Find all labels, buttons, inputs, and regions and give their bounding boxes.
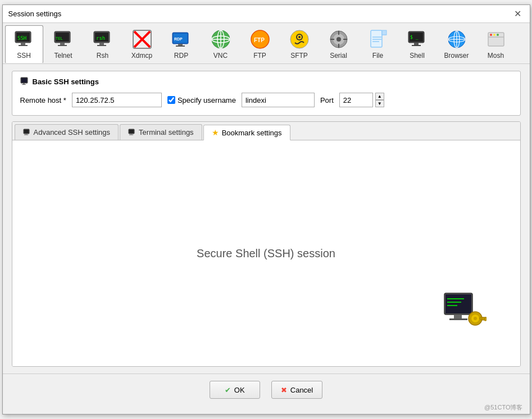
port-wrapper: ▲ ▼ [339, 93, 384, 107]
watermark: @51CTO博客 [0, 403, 525, 412]
specify-username-label[interactable]: Specify username [167, 96, 236, 104]
svg-rect-50 [412, 45, 421, 46]
toolbar: SSH SSH TEL Telnet [3, 23, 530, 64]
port-spin-down[interactable]: ▼ [375, 100, 384, 107]
toolbar-item-file[interactable]: File [359, 25, 397, 63]
tab-bookmark[interactable]: ★ Bookmark settings [203, 125, 290, 140]
toolbar-item-mosh[interactable]: Mosh [477, 25, 515, 63]
svg-rect-13 [97, 45, 106, 46]
remote-host-input[interactable] [72, 93, 162, 107]
session-description: Secure Shell (SSH) session [197, 247, 335, 260]
svg-text:TEL: TEL [56, 37, 63, 41]
monitor-icon [20, 77, 29, 86]
tabs-container: Advanced SSH settings Terminal settings … [12, 121, 521, 367]
svg-rect-3 [19, 45, 28, 46]
cancel-button[interactable]: ✖ Cancel [271, 381, 322, 399]
svg-rect-67 [24, 130, 29, 133]
main-content: Basic SSH settings Remote host * Specify… [3, 64, 530, 374]
port-spinner: ▲ ▼ [375, 93, 384, 107]
tab-content-area: Secure Shell (SSH) session [12, 140, 520, 366]
sftp-icon [289, 29, 310, 49]
port-spin-up[interactable]: ▲ [375, 93, 384, 100]
toolbar-item-telnet[interactable]: TEL Telnet [44, 25, 83, 63]
ok-checkmark-icon: ✔ [225, 386, 231, 394]
port-label: Port [320, 96, 334, 104]
rdp-icon: RDP [171, 29, 192, 49]
cancel-x-icon: ✖ [281, 386, 287, 394]
vnc-label: VNC [213, 52, 228, 60]
svg-text:rsh: rsh [96, 35, 105, 41]
file-label: File [372, 52, 383, 60]
toolbar-item-rdp[interactable]: RDP RDP [162, 25, 201, 63]
serial-icon [329, 29, 349, 49]
svg-rect-85 [484, 317, 486, 321]
svg-rect-69 [24, 134, 28, 135]
svg-rect-43 [382, 30, 387, 35]
sftp-label: SFTP [290, 52, 308, 60]
svg-point-36 [337, 37, 341, 42]
telnet-icon: TEL [53, 29, 74, 49]
ssh-session-icon [442, 288, 486, 333]
username-input[interactable] [242, 93, 315, 107]
svg-rect-65 [22, 84, 26, 85]
svg-rect-21 [176, 45, 185, 47]
mosh-label: Mosh [488, 52, 504, 60]
svg-rect-72 [130, 134, 132, 135]
rsh-icon: rsh [93, 29, 113, 49]
browser-icon [447, 29, 467, 49]
title-bar: Session settings ✕ [3, 5, 530, 23]
svg-rect-86 [482, 317, 484, 320]
svg-rect-68 [25, 134, 27, 135]
tab-advanced-ssh[interactable]: Advanced SSH settings [15, 124, 119, 140]
toolbar-item-ftp[interactable]: FTP FTP [241, 25, 279, 63]
rdp-label: RDP [174, 52, 188, 60]
svg-point-61 [497, 34, 499, 36]
ok-button[interactable]: ✔ OK [210, 381, 260, 399]
svg-point-59 [490, 34, 492, 36]
close-button[interactable]: ✕ [512, 8, 524, 20]
terminal-tab-icon [128, 129, 136, 136]
svg-rect-2 [21, 43, 25, 45]
basic-ssh-settings-group: Basic SSH settings Remote host * Specify… [12, 71, 521, 116]
svg-rect-63 [21, 78, 27, 83]
ssh-label: SSH [17, 52, 31, 60]
ftp-icon: FTP [250, 29, 270, 49]
toolbar-item-browser[interactable]: Browser [438, 25, 476, 63]
svg-rect-12 [99, 43, 104, 45]
svg-rect-75 [445, 294, 471, 313]
tab-terminal[interactable]: Terminal settings [120, 124, 202, 140]
toolbar-item-vnc[interactable]: VNC [202, 25, 240, 63]
port-input[interactable] [339, 93, 373, 107]
toolbar-item-shell[interactable]: $ _ Shell [398, 25, 436, 63]
svg-text:FTP: FTP [254, 37, 265, 43]
toolbar-item-xdmcp[interactable]: Xdmcp [123, 25, 161, 63]
dialog-title: Session settings [8, 10, 62, 18]
shell-label: Shell [410, 52, 425, 60]
xdmcp-icon [132, 29, 152, 49]
shell-icon: $ _ [407, 29, 428, 49]
toolbar-item-rsh[interactable]: rsh Rsh [84, 25, 122, 63]
svg-rect-49 [414, 43, 419, 45]
svg-point-33 [298, 36, 301, 38]
svg-rect-73 [129, 134, 133, 135]
svg-text:SSH: SSH [17, 35, 26, 41]
specify-username-checkbox[interactable] [167, 96, 175, 104]
basic-settings-title: Basic SSH settings [20, 77, 512, 86]
svg-text:RDP: RDP [174, 37, 183, 41]
svg-point-83 [474, 317, 477, 320]
session-settings-dialog: Session settings ✕ SSH SSH [2, 4, 530, 415]
svg-rect-71 [129, 130, 134, 133]
svg-point-60 [493, 34, 495, 36]
svg-rect-7 [60, 43, 65, 45]
svg-text:$ _: $ _ [410, 35, 419, 40]
toolbar-item-sftp[interactable]: SFTP [280, 25, 319, 63]
serial-label: Serial [330, 52, 347, 60]
svg-rect-8 [58, 45, 67, 46]
vnc-icon [211, 29, 231, 49]
mosh-icon [486, 29, 506, 49]
svg-rect-64 [23, 83, 25, 84]
toolbar-item-serial[interactable]: Serial [320, 25, 358, 63]
remote-host-label: Remote host * [20, 96, 66, 104]
toolbar-item-ssh[interactable]: SSH SSH [5, 25, 43, 63]
xdmcp-label: Xdmcp [131, 52, 152, 60]
